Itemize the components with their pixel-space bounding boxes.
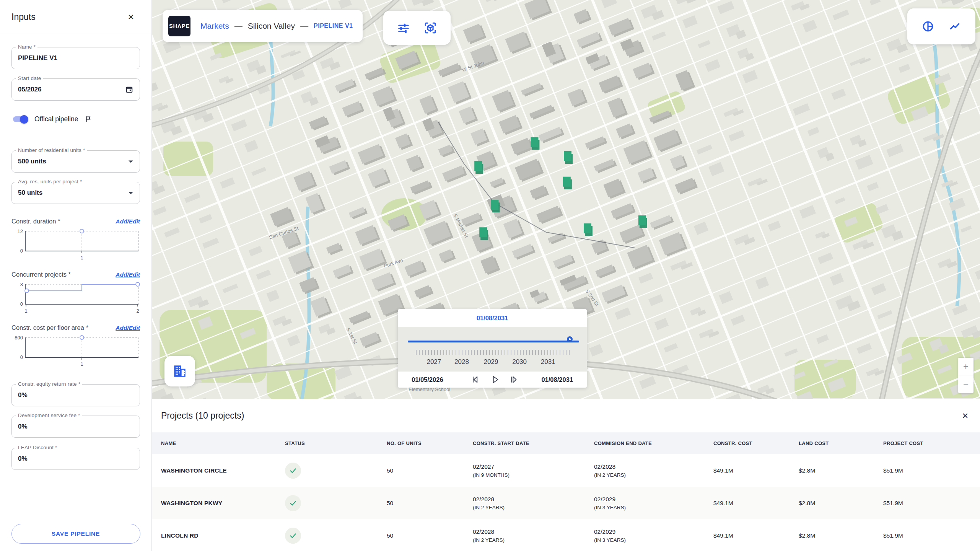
residential-units-dropdown[interactable]: Number of residential units * 500 units (11, 150, 140, 173)
project-constr-cost: $49.1M (713, 532, 799, 539)
timeline-year: 2027 (427, 358, 441, 366)
map-zoom-controls: + − (958, 358, 973, 393)
leap-discount-label: LEAP Discount * (16, 445, 59, 450)
dev-service-fee-value: 0% (18, 423, 28, 430)
project-row[interactable]: WASHINGTON CIRCLE 50 02/2027(IN 9 MONTHS… (152, 454, 980, 487)
name-field[interactable]: Name * PIPELINE V1 (11, 47, 140, 69)
timeline-track[interactable] (408, 341, 579, 342)
svg-text:0: 0 (20, 248, 23, 254)
3d-select-button[interactable] (424, 21, 437, 34)
inputs-sidebar: Inputs ✕ Name * PIPELINE V1 Start date 0… (0, 0, 152, 551)
project-end-date: 02/2029(IN 3 YEARS) (594, 496, 713, 510)
status-badge (285, 495, 301, 511)
project-name: WASHINGTON CIRCLE (161, 467, 285, 474)
map-canvas[interactable]: W St JohnS Market StPark AveSan Carlos S… (152, 0, 980, 399)
col-commission-end: COMMISION END DATE (594, 440, 713, 446)
play-button[interactable] (489, 374, 501, 385)
official-pipeline-row: Offical pipeline (11, 115, 140, 123)
dev-service-fee-field[interactable]: Development service fee * 0% (11, 416, 140, 438)
project-end-date: 02/2028(IN 2 YEARS) (594, 463, 713, 478)
breadcrumb-markets-link[interactable]: Markets (200, 21, 229, 31)
project-marker[interactable] (564, 151, 573, 164)
svg-text:3: 3 (20, 282, 23, 287)
pie-chart-button[interactable] (921, 20, 934, 33)
save-pipeline-button[interactable]: SAVE PIPELINE (11, 524, 140, 544)
start-date-field[interactable]: Start date 05/2026 (11, 78, 140, 101)
check-icon (289, 466, 297, 475)
constr-cost-addedit-link[interactable]: Add/Edit (116, 324, 140, 331)
constr-duration-chart[interactable]: 12 0 1 (11, 227, 140, 261)
tune-filters-button[interactable] (397, 21, 410, 34)
concurrent-projects-chart[interactable]: 3 0 1 2 (11, 280, 140, 314)
timeline-ticks (416, 350, 571, 355)
project-total-cost: $51.9M (883, 532, 980, 539)
equity-return-rate-field[interactable]: Constr. equity return rate * 0% (11, 384, 140, 406)
breadcrumb-market: Silicon Valley (248, 21, 295, 31)
timeline-footer: 01/05/2026 (398, 372, 587, 388)
start-date-label: Start date (16, 75, 43, 81)
project-units: 50 (387, 532, 473, 539)
project-marker[interactable] (531, 137, 539, 150)
constr-duration-addedit-link[interactable]: Add/Edit (116, 218, 140, 225)
timeline-year: 2029 (484, 358, 498, 366)
project-marker[interactable] (479, 227, 488, 240)
breadcrumb-separator: — (234, 21, 243, 31)
timeline-year-labels: 20272028202920302031 (398, 358, 587, 367)
step-back-button[interactable] (470, 374, 482, 385)
constr-cost-section: Constr. cost per floor area * Add/Edit (11, 324, 140, 331)
constr-duration-label: Constr. duration * (11, 218, 60, 225)
projects-close-icon[interactable]: ✕ (962, 412, 969, 420)
chevron-down-icon (128, 191, 133, 195)
project-row[interactable]: LINCOLN RD 50 02/2028(IN 2 YEARS) 02/202… (152, 519, 980, 551)
equity-return-rate-value: 0% (18, 391, 28, 399)
play-icon (490, 375, 500, 385)
breadcrumb: Markets — Silicon Valley — PIPELINE V1 (200, 21, 353, 31)
map-tools-panel (383, 11, 451, 45)
project-marker[interactable] (474, 161, 483, 174)
col-constr-cost: CONSTR. COST (713, 440, 799, 446)
col-land-cost: LAND COST (799, 440, 883, 446)
timeline-start-date: 01/05/2026 (412, 376, 443, 383)
col-project-cost: PROJECT COST (883, 440, 980, 446)
flag-icon (85, 116, 92, 123)
project-start-date: 02/2028(IN 2 YEARS) (473, 496, 594, 510)
timeline-panel: 01/08/2031 20272028202920302031 01/05/20… (398, 309, 587, 388)
avg-units-label: Avg. res. units per project * (16, 179, 84, 184)
svg-text:800: 800 (15, 335, 23, 341)
timeline-year: 2028 (454, 358, 469, 366)
timeline-end-date: 01/08/2031 (541, 376, 573, 383)
sidebar-close-icon[interactable]: ✕ (127, 13, 134, 21)
map-stats-panel (907, 8, 975, 44)
project-end-date: 02/2029(IN 3 YEARS) (594, 528, 713, 543)
step-forward-button[interactable] (508, 374, 520, 385)
svg-text:1: 1 (80, 361, 83, 367)
official-pipeline-toggle[interactable] (13, 116, 28, 122)
timeline-current-date: 01/08/2031 (398, 309, 587, 327)
project-marker[interactable] (491, 200, 500, 212)
trend-chart-button[interactable] (948, 20, 961, 33)
breadcrumb-separator: — (300, 21, 308, 31)
projects-table-body: WASHINGTON CIRCLE 50 02/2027(IN 9 MONTHS… (152, 454, 980, 551)
leap-discount-field[interactable]: LEAP Discount * 0% (11, 448, 140, 470)
calendar-icon[interactable] (125, 85, 133, 94)
project-land-cost: $2.8M (799, 532, 883, 539)
project-row[interactable]: WASHINGTON PKWY 50 02/2028(IN 2 YEARS) 0… (152, 487, 980, 519)
project-marker[interactable] (584, 223, 593, 236)
app-logo[interactable]: SHΛPE (168, 16, 190, 36)
name-field-label: Name * (16, 44, 37, 50)
col-units: NO. OF UNITS (387, 440, 473, 446)
project-marker[interactable] (563, 177, 572, 189)
buildings-layer-button[interactable] (164, 356, 195, 386)
official-pipeline-label: Offical pipeline (34, 115, 78, 123)
zoom-in-button[interactable]: + (958, 358, 973, 375)
avg-units-dropdown[interactable]: Avg. res. units per project * 50 units (11, 182, 140, 204)
project-marker[interactable] (638, 215, 647, 228)
zoom-out-button[interactable]: − (958, 375, 973, 393)
concurrent-projects-label: Concurrent projects * (11, 271, 71, 278)
constr-cost-chart[interactable]: 800 0 1 (11, 334, 140, 367)
col-status: STATUS (285, 440, 387, 446)
timeline-year: 2031 (541, 358, 555, 366)
concurrent-projects-addedit-link[interactable]: Add/Edit (116, 271, 140, 278)
breadcrumb-panel: SHΛPE Markets — Silicon Valley — PIPELIN… (163, 10, 363, 42)
concurrent-projects-section: Concurrent projects * Add/Edit (11, 271, 140, 278)
